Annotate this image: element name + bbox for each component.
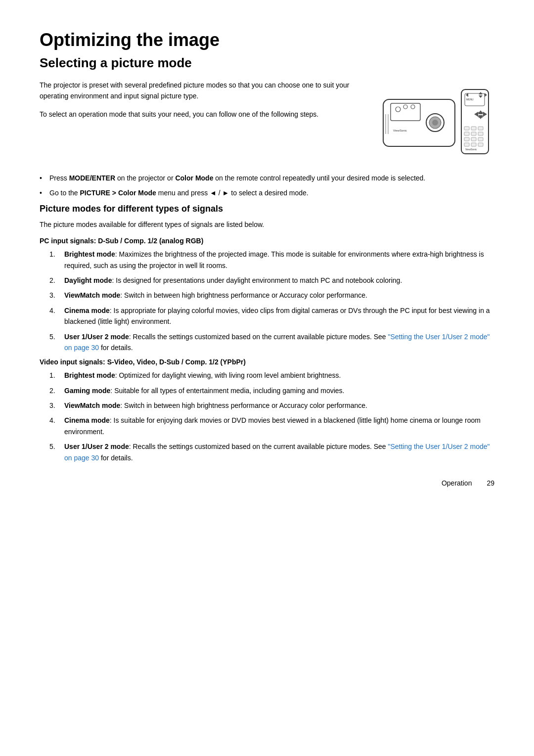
pc-input-list: 1. Brightest mode: Maximizes the brightn…: [49, 249, 494, 353]
svg-rect-24: [478, 132, 483, 135]
svg-rect-30: [478, 143, 483, 146]
pc-item-4: 4. Cinema mode: Is appropriate for playi…: [49, 305, 494, 327]
svg-rect-27: [478, 137, 483, 141]
svg-rect-22: [464, 132, 469, 135]
svg-rect-20: [471, 127, 476, 130]
svg-rect-26: [471, 137, 476, 141]
svg-rect-21: [478, 127, 483, 130]
svg-rect-25: [464, 137, 469, 141]
intro-para-2: To select an operation mode that suits y…: [40, 109, 361, 120]
pc-item-1: 1. Brightest mode: Maximizes the brightn…: [49, 249, 494, 271]
video-input-heading: Video input signals: S-Video, Video, D-S…: [40, 358, 494, 366]
main-title: Optimizing the image: [40, 30, 494, 50]
intro-para-1: The projector is preset with several pre…: [40, 80, 361, 102]
svg-point-7: [403, 105, 407, 109]
svg-text:MENU: MENU: [466, 98, 474, 101]
picture-modes-intro: The picture modes available for differen…: [40, 219, 494, 230]
svg-rect-29: [471, 143, 476, 146]
projector-image-block: ViewSonic: [376, 80, 494, 164]
pc-item-3: 3. ViewMatch mode: Switch in between hig…: [49, 290, 494, 301]
projector-illustration: ViewSonic: [378, 85, 492, 164]
svg-marker-36: [485, 93, 487, 97]
svg-rect-1: [391, 103, 420, 121]
video-item-3: 3. ViewMatch mode: Switch in between hig…: [49, 400, 494, 411]
svg-text:ViewSonic: ViewSonic: [465, 148, 477, 151]
pc-input-heading: PC input signals: D-Sub / Comp. 1/2 (ana…: [40, 237, 494, 245]
svg-marker-34: [479, 95, 483, 98]
page-footer: Operation 29: [442, 479, 494, 487]
picture-modes-heading: Picture modes for different types of sig…: [40, 204, 494, 214]
step-2: Go to the PICTURE > Color Mode menu and …: [40, 187, 494, 198]
svg-text:ViewSonic: ViewSonic: [393, 129, 407, 132]
steps-list: Press MODE/ENTER on the projector or Col…: [40, 173, 494, 199]
video-item-1: 1. Brightest mode: Optimized for dayligh…: [49, 370, 494, 381]
footer-section-label: Operation: [442, 479, 472, 487]
svg-rect-28: [464, 143, 469, 146]
svg-rect-23: [471, 132, 476, 135]
video-item-5: 5. User 1/User 2 mode: Recalls the setti…: [49, 441, 494, 463]
svg-point-4: [432, 120, 438, 126]
sub-title: Selecting a picture mode: [40, 55, 494, 71]
svg-point-6: [396, 107, 400, 112]
pc-item-5: 5. User 1/User 2 mode: Recalls the setti…: [49, 331, 494, 354]
pc-item-2: 2. Daylight mode: Is designed for presen…: [49, 275, 494, 286]
video-item-2: 2. Gaming mode: Suitable for all types o…: [49, 385, 494, 396]
svg-rect-19: [464, 127, 469, 130]
footer-page-number: 29: [487, 479, 494, 487]
video-input-list: 1. Brightest mode: Optimized for dayligh…: [49, 370, 494, 463]
video-item-4: 4. Cinema mode: Is suitable for enjoying…: [49, 415, 494, 437]
step-1: Press MODE/ENTER on the projector or Col…: [40, 173, 494, 183]
svg-point-8: [411, 105, 415, 109]
